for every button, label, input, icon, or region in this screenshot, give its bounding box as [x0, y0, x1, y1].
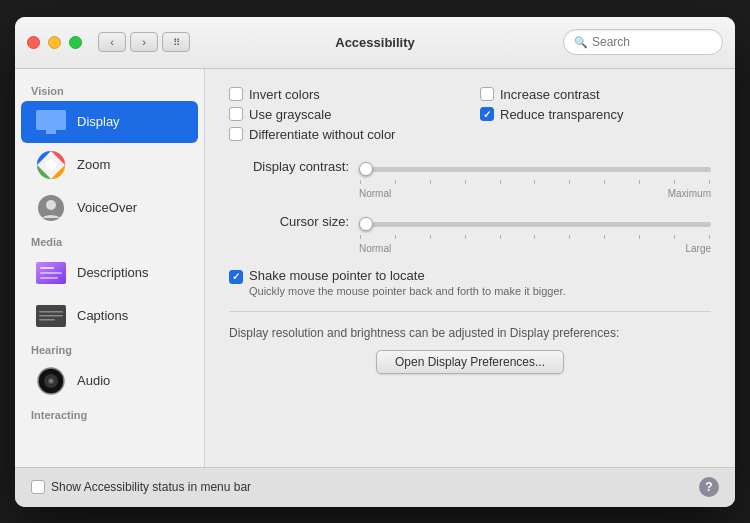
- display-contrast-min: Normal: [359, 188, 391, 199]
- shake-label: Shake mouse pointer to locate: [249, 268, 566, 283]
- open-pref-btn-container: Open Display Preferences...: [229, 350, 711, 374]
- svg-rect-11: [39, 311, 63, 313]
- shake-row: Shake mouse pointer to locate Quickly mo…: [229, 268, 711, 297]
- checkbox-row-increase-contrast[interactable]: Increase contrast: [480, 87, 711, 102]
- sidebar-item-captions[interactable]: Captions: [21, 295, 198, 337]
- display-icon: [36, 110, 66, 134]
- svg-rect-12: [39, 315, 63, 317]
- zoom-icon-box: [35, 149, 67, 181]
- svg-rect-1: [46, 130, 56, 134]
- cursor-size-ticks: [359, 233, 711, 241]
- minimize-button[interactable]: [48, 36, 61, 49]
- display-contrast-slider-container: [359, 158, 711, 176]
- sidebar-item-voiceover[interactable]: VoiceOver: [21, 187, 198, 229]
- svg-rect-0: [36, 110, 66, 130]
- checkbox-row-differentiate[interactable]: Differentiate without color: [229, 127, 460, 142]
- search-box[interactable]: 🔍: [563, 29, 723, 55]
- titlebar: ‹ › ⠿ Accessibility 🔍: [15, 17, 735, 69]
- cursor-size-slider[interactable]: [359, 222, 711, 227]
- shake-text-group: Shake mouse pointer to locate Quickly mo…: [249, 268, 566, 297]
- display-pref-section: Display resolution and brightness can be…: [229, 311, 711, 374]
- display-contrast-label: Display contrast:: [229, 159, 359, 174]
- sidebar-item-label-descriptions: Descriptions: [77, 265, 149, 280]
- audio-icon: [37, 367, 65, 395]
- grayscale-label: Use grayscale: [249, 107, 331, 122]
- cursor-size-row: Cursor size:: [229, 213, 711, 231]
- display-contrast-ticks: [359, 178, 711, 186]
- display-contrast-slider[interactable]: [359, 167, 711, 172]
- sidebar-item-label-captions: Captions: [77, 308, 128, 323]
- maximize-button[interactable]: [69, 36, 82, 49]
- cursor-size-minmax: Normal Large: [359, 241, 711, 254]
- cursor-size-min: Normal: [359, 243, 391, 254]
- svg-rect-7: [40, 267, 54, 269]
- cursor-size-section: Cursor size: Normal Large: [229, 213, 711, 254]
- sidebar-item-descriptions[interactable]: Descriptions: [21, 252, 198, 294]
- col2-options: Increase contrast Reduce transparency: [480, 87, 711, 142]
- display-contrast-minmax: Normal Maximum: [359, 186, 711, 199]
- checkbox-row-invert[interactable]: Invert colors: [229, 87, 460, 102]
- display-contrast-max: Maximum: [668, 188, 711, 199]
- differentiate-label: Differentiate without color: [249, 127, 395, 142]
- descriptions-icon: [36, 262, 66, 284]
- reduce-transparency-checkbox[interactable]: [480, 107, 494, 121]
- checkbox-row-grayscale[interactable]: Use grayscale: [229, 107, 460, 122]
- sidebar-item-zoom[interactable]: Zoom: [21, 144, 198, 186]
- increase-contrast-label: Increase contrast: [500, 87, 600, 102]
- main-content: Vision Display: [15, 69, 735, 467]
- help-button[interactable]: ?: [699, 477, 719, 497]
- cursor-size-label: Cursor size:: [229, 214, 359, 229]
- svg-point-3: [46, 160, 56, 170]
- shake-section: Shake mouse pointer to locate Quickly mo…: [229, 268, 711, 297]
- window-title: Accessibility: [335, 35, 415, 50]
- search-input[interactable]: [592, 35, 712, 49]
- display-contrast-row: Display contrast:: [229, 158, 711, 176]
- reduce-transparency-label: Reduce transparency: [500, 107, 624, 122]
- sidebar-item-label-voiceover: VoiceOver: [77, 200, 137, 215]
- col1-options: Invert colors Use grayscale Differentiat…: [229, 87, 460, 142]
- forward-button[interactable]: ›: [130, 32, 158, 52]
- grayscale-checkbox[interactable]: [229, 107, 243, 121]
- svg-rect-13: [39, 319, 55, 321]
- sidebar: Vision Display: [15, 69, 205, 467]
- cursor-size-slider-container: [359, 213, 711, 231]
- grid-button[interactable]: ⠿: [162, 32, 190, 52]
- svg-point-5: [46, 200, 56, 210]
- sidebar-item-label-zoom: Zoom: [77, 157, 110, 172]
- main-window: ‹ › ⠿ Accessibility 🔍 Vision Display: [15, 17, 735, 507]
- voiceover-icon: [37, 194, 65, 222]
- sidebar-section-interacting: Interacting: [15, 403, 204, 424]
- back-button[interactable]: ‹: [98, 32, 126, 52]
- show-status-checkbox[interactable]: [31, 480, 45, 494]
- sidebar-item-audio[interactable]: Audio: [21, 360, 198, 402]
- display-contrast-section: Display contrast: Normal Maximum: [229, 158, 711, 199]
- sidebar-section-media: Media: [15, 230, 204, 251]
- invert-label: Invert colors: [249, 87, 320, 102]
- sidebar-item-label-audio: Audio: [77, 373, 110, 388]
- show-status-row: Show Accessibility status in menu bar: [31, 480, 251, 494]
- open-display-preferences-button[interactable]: Open Display Preferences...: [376, 350, 564, 374]
- checkbox-row-reduce-transparency[interactable]: Reduce transparency: [480, 107, 711, 122]
- cursor-size-max: Large: [685, 243, 711, 254]
- traffic-lights: [27, 36, 82, 49]
- invert-checkbox[interactable]: [229, 87, 243, 101]
- panel: Invert colors Use grayscale Differentiat…: [205, 69, 735, 467]
- close-button[interactable]: [27, 36, 40, 49]
- search-icon: 🔍: [574, 36, 588, 49]
- bottom-bar: Show Accessibility status in menu bar ?: [15, 467, 735, 507]
- differentiate-checkbox[interactable]: [229, 127, 243, 141]
- options-grid: Invert colors Use grayscale Differentiat…: [229, 87, 711, 142]
- svg-rect-9: [40, 277, 58, 279]
- increase-contrast-checkbox[interactable]: [480, 87, 494, 101]
- captions-icon-box: [35, 300, 67, 332]
- display-icon-box: [35, 106, 67, 138]
- captions-icon: [36, 305, 66, 327]
- audio-icon-box: [35, 365, 67, 397]
- descriptions-icon-box: [35, 257, 67, 289]
- zoom-icon: [36, 150, 66, 180]
- svg-point-17: [50, 379, 53, 382]
- svg-rect-8: [40, 272, 62, 274]
- sidebar-item-display[interactable]: Display: [21, 101, 198, 143]
- shake-checkbox[interactable]: [229, 270, 243, 284]
- sidebar-item-label-display: Display: [77, 114, 120, 129]
